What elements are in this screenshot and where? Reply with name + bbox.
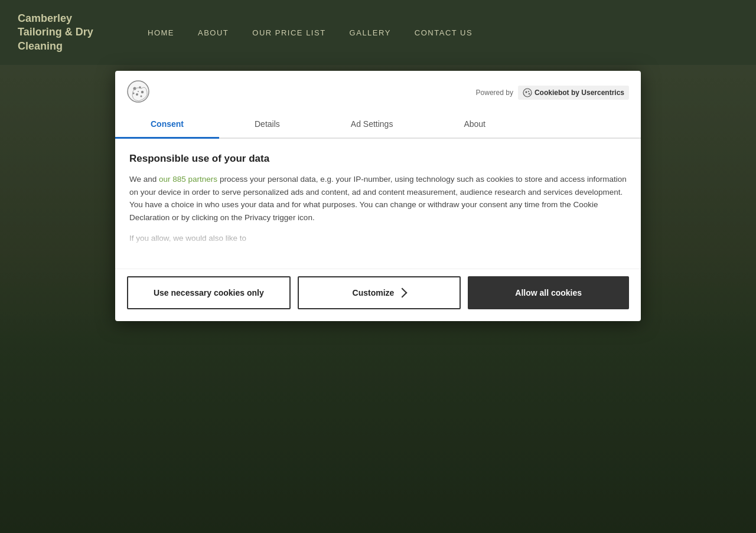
powered-by-section: Powered by Cookiebot by Usercentrics	[476, 86, 629, 100]
additional-text: If you allow, we would also like to	[129, 232, 627, 251]
customize-button[interactable]: Customize	[298, 276, 461, 309]
site-logo: CamberleyTailoring & DryCleaning	[18, 12, 124, 53]
nav-gallery[interactable]: GALLERY	[350, 28, 391, 37]
modal-header: Powered by Cookiebot by Usercentrics	[115, 71, 641, 111]
main-nav: HOME ABOUT OUR PRICE LIST GALLERY CONTAC…	[148, 28, 472, 37]
customize-label: Customize	[353, 288, 395, 297]
if-allow-text: If you allow, we would also like to	[129, 234, 246, 243]
nav-contact[interactable]: CONTACT US	[415, 28, 472, 37]
allow-all-cookies-button[interactable]: Allow all cookies	[468, 276, 629, 309]
tab-details[interactable]: Details	[219, 111, 315, 139]
powered-by-text: Powered by	[476, 89, 513, 97]
we-and-text: We and	[129, 175, 159, 184]
modal-body: Responsible use of your data We and our …	[115, 139, 641, 269]
cookiebot-logo: Cookiebot by Usercentrics	[518, 86, 629, 100]
svg-point-9	[525, 91, 527, 93]
nav-about[interactable]: ABOUT	[198, 28, 229, 37]
cookie-consent-modal: Powered by Cookiebot by Usercentrics Con…	[115, 71, 641, 321]
nav-home[interactable]: HOME	[148, 28, 174, 37]
svg-point-5	[141, 96, 142, 97]
svg-point-8	[523, 89, 532, 97]
necessary-cookies-button[interactable]: Use necessary cookies only	[127, 276, 291, 309]
tab-ad-settings[interactable]: Ad Settings	[315, 111, 429, 139]
svg-point-4	[136, 93, 138, 96]
chevron-right-icon	[397, 288, 408, 298]
tab-consent[interactable]: Consent	[115, 111, 219, 139]
cookiebot-label: Cookiebot by Usercentrics	[535, 89, 624, 97]
modal-description: We and our 885 partners process your per…	[129, 173, 627, 224]
svg-point-7	[138, 91, 139, 92]
tab-about[interactable]: About	[428, 111, 521, 139]
page-background: Powered by Cookiebot by Usercentrics Con…	[0, 65, 756, 533]
cookiebot-cookie-icon	[127, 80, 149, 105]
svg-point-3	[141, 91, 144, 93]
svg-point-10	[528, 91, 529, 92]
modal-tabs: Consent Details Ad Settings About	[115, 111, 641, 139]
modal-footer: Use necessary cookies only Customize All…	[115, 269, 641, 321]
modal-title: Responsible use of your data	[129, 153, 627, 165]
site-header: CamberleyTailoring & DryCleaning HOME AB…	[0, 0, 756, 65]
nav-price-list[interactable]: OUR PRICE LIST	[252, 28, 325, 37]
partners-link[interactable]: our 885 partners	[159, 175, 217, 184]
svg-point-11	[529, 93, 530, 94]
